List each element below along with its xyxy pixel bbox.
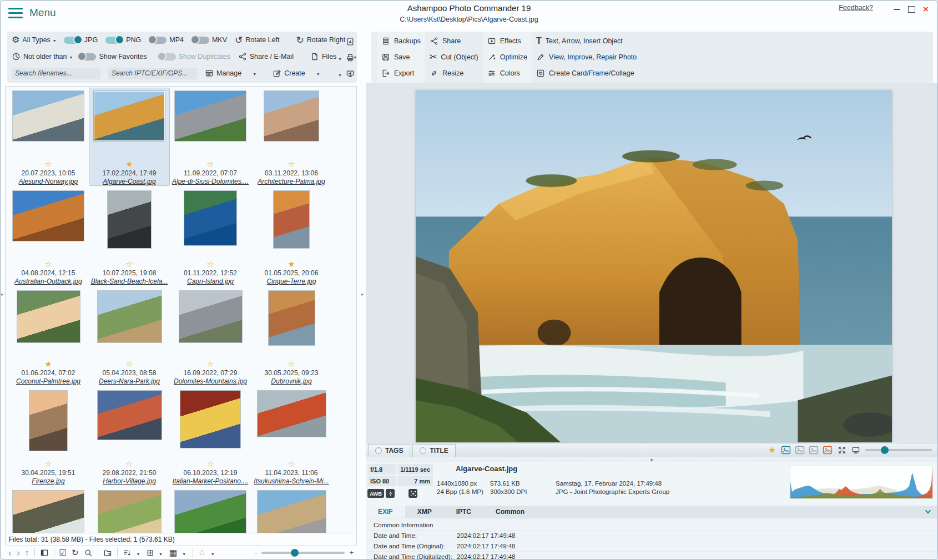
back-button[interactable]: ‹ <box>8 548 12 558</box>
backups-button[interactable]: Backups <box>381 34 421 48</box>
mp4-toggle[interactable] <box>149 37 167 44</box>
chevron-down-icon[interactable] <box>137 548 142 558</box>
star-outline-icon[interactable]: ☆ <box>44 260 52 268</box>
view-mode-2-icon[interactable] <box>795 445 805 455</box>
main-photo-image[interactable] <box>416 90 892 442</box>
close-button[interactable]: × <box>920 4 932 15</box>
optimize-button[interactable]: Optimize <box>487 50 527 64</box>
thumbnail-italian-market-positano[interactable]: ☆06.10.2023, 12:19Italian-Market-Positan… <box>170 387 251 486</box>
chevron-down-icon[interactable] <box>316 69 322 77</box>
thumbnail-deers-nara-park-jpg[interactable]: ☆05.04.2023, 08:58Deers-Nara-Park.jpg <box>89 287 170 386</box>
tab-title[interactable]: TITLE <box>412 444 455 457</box>
chevron-down-icon[interactable] <box>924 508 932 518</box>
star-filled-icon[interactable]: ★ <box>288 260 295 268</box>
thumbnail-filename[interactable]: Cinque-Terre.jpg <box>267 278 316 285</box>
star-outline-icon[interactable]: ☆ <box>206 160 214 168</box>
thumbnail-filename[interactable]: Black-Sand-Beach-Icela... <box>91 278 168 285</box>
chevron-down-icon[interactable] <box>69 53 73 60</box>
thumbnail-capri-island-jpg[interactable]: ☆01.11.2022, 12:52Capri-Island.jpg <box>170 188 251 286</box>
thumbnail-filename[interactable]: Alpe-di-Siusi-Dolomites.... <box>172 178 249 185</box>
thumbnail-cinque-terre-jpg[interactable]: ★01.05.2025, 20:06Cinque-Terre.jpg <box>251 188 332 286</box>
refresh-button[interactable]: ↻ <box>72 548 79 557</box>
thumbnail-harbor-village-jpg[interactable]: ☆29.08.2022, 21:50Harbor-Village.jpg <box>89 387 170 486</box>
minimize-button[interactable] <box>891 4 903 15</box>
resize-button[interactable]: Resize <box>430 66 478 80</box>
export-button[interactable]: Export <box>381 66 421 80</box>
collapse-left-panel-arrow[interactable]: ▸ <box>1 291 4 297</box>
star-outline-icon[interactable]: ☆ <box>44 460 52 468</box>
thumbnail-alesund-norway-jpg[interactable]: ☆20.07.2023, 10:05Alesund-Norway.jpg <box>8 88 89 186</box>
expand-arrow-icon[interactable]: ▸ <box>361 291 364 297</box>
effects-button[interactable]: Effects <box>487 34 527 48</box>
fullscreen-icon[interactable] <box>838 446 846 455</box>
jpg-toggle[interactable] <box>64 37 82 44</box>
add-folder-button[interactable] <box>103 548 112 557</box>
chevron-down-icon[interactable] <box>53 36 58 44</box>
thumbnail-architecture-palma-jpg[interactable]: ☆03.11.2022, 13:06Architecture-Palma.jpg <box>251 88 332 186</box>
zoom-in-button[interactable]: + <box>349 548 354 557</box>
thumbnail-item[interactable] <box>170 487 251 533</box>
not-older-than-dropdown[interactable]: Not older than <box>23 53 67 60</box>
search-filenames-input[interactable] <box>12 68 100 79</box>
thumbnail-filename[interactable]: Dolomites-Mountains.jpg <box>174 377 247 385</box>
thumbnail-filename[interactable]: Capri-Island.jpg <box>187 278 234 285</box>
thumbnail-coconut-palmtree-jpg[interactable]: ★01.06.2024, 07:02Coconut-Palmtree.jpg <box>8 287 89 386</box>
star-outline-icon[interactable]: ☆ <box>206 260 214 268</box>
menu-button[interactable]: Menu <box>8 7 56 19</box>
tab-xmp[interactable]: XMP <box>405 506 444 518</box>
png-toggle[interactable] <box>105 37 123 44</box>
info-collapse-strip[interactable]: ▼ <box>366 457 937 462</box>
thumbnail-filename[interactable]: Itsukushima-Schrein-Mi... <box>254 477 329 485</box>
zoom-out-button[interactable]: - <box>255 548 257 557</box>
up-folder-button[interactable]: ↑ <box>25 548 29 557</box>
thumbnail-filename[interactable]: Algarve-Coast.jpg <box>103 178 155 185</box>
search-iptc-input[interactable] <box>108 68 197 79</box>
select-mode-button[interactable]: ☑ <box>59 548 67 557</box>
viewer-zoom-knob[interactable] <box>881 446 889 454</box>
star-outline-icon[interactable]: ☆ <box>44 160 52 168</box>
tab-exif[interactable]: EXIF <box>366 506 405 518</box>
search-icon[interactable] <box>84 548 93 557</box>
manage-dropdown[interactable]: Manage <box>216 69 241 77</box>
thumbnail-firenze-jpg[interactable]: ☆30.04.2025, 19:51Firenze.jpg <box>8 387 89 486</box>
viewer-zoom-slider[interactable] <box>865 449 932 451</box>
view-grid-button[interactable]: ⊞ <box>147 548 154 557</box>
star-outline-icon[interactable]: ☆ <box>288 460 295 468</box>
thumbnail-item[interactable] <box>8 487 89 533</box>
star-outline-icon[interactable]: ☆ <box>125 360 133 368</box>
all-types-dropdown[interactable]: All Types <box>22 36 51 44</box>
thumbnail-dolomites-mountains-jpg[interactable]: ☆16.09.2022, 07:29Dolomites-Mountains.jp… <box>170 287 251 386</box>
thumbnail-dubrovnik-jpg[interactable]: ☆30.05.2025, 09:23Dubrovnik.jpg <box>251 287 332 386</box>
star-outline-icon[interactable]: ☆ <box>288 360 295 368</box>
view-mode-1-icon[interactable] <box>781 445 791 455</box>
thumbnail-filename[interactable]: Harbor-Village.jpg <box>103 477 156 485</box>
share-email-button[interactable]: Share / E-Mail <box>250 53 294 60</box>
thumbnail-algarve-coast-jpg[interactable]: ★17.02.2024, 17:49Algarve-Coast.jpg <box>89 88 170 186</box>
thumbnail-filename[interactable]: Alesund-Norway.jpg <box>19 178 78 185</box>
star-filled-icon[interactable]: ★ <box>125 160 133 168</box>
thumbnail-zoom-knob[interactable] <box>291 549 299 557</box>
save-button[interactable]: Save <box>381 50 421 64</box>
star-outline-icon[interactable]: ☆ <box>125 460 133 468</box>
star-outline-icon[interactable]: ☆ <box>206 460 214 468</box>
feedback-link[interactable]: Feedback? <box>839 4 873 12</box>
thumbnail-zoom-slider[interactable] <box>261 552 345 554</box>
pane-splitter[interactable]: ▸ <box>361 29 366 559</box>
chevron-down-icon[interactable] <box>338 53 344 63</box>
thumbnail-australian-outback-jpg[interactable]: ☆04.08.2024, 12:15Australian-Outback.jpg <box>8 188 89 286</box>
thumbnail-filename[interactable]: Firenze.jpg <box>32 477 64 485</box>
tab-iptc[interactable]: IPTC <box>444 506 483 518</box>
favorites-filter-button[interactable]: ☆ <box>198 548 205 557</box>
colors-button[interactable]: Colors <box>487 66 527 80</box>
tab-common[interactable]: Common <box>483 506 537 518</box>
create-dropdown[interactable]: Create <box>284 69 305 77</box>
maximize-button[interactable] <box>905 4 917 15</box>
view-mode-3-icon[interactable] <box>809 445 819 455</box>
mkv-toggle[interactable] <box>191 37 209 44</box>
create-card-frame-collage-button[interactable]: Create Card/Frame/Collage <box>536 66 637 80</box>
chevron-down-icon[interactable] <box>159 548 164 558</box>
print-button[interactable] <box>346 53 355 62</box>
panel-view-button[interactable] <box>40 548 49 557</box>
monitor-icon[interactable] <box>851 446 860 455</box>
star-outline-icon[interactable]: ☆ <box>125 260 133 268</box>
